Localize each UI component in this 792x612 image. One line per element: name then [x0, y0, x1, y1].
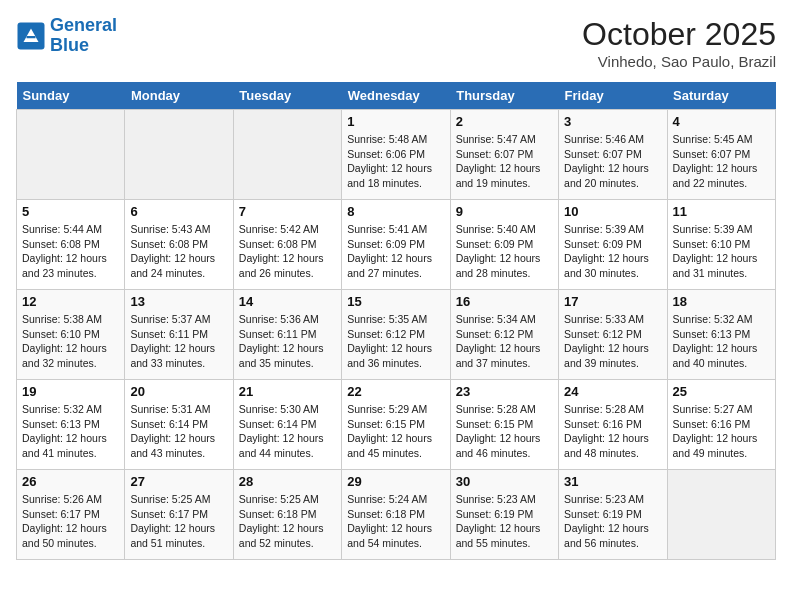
day-cell: 22Sunrise: 5:29 AMSunset: 6:15 PMDayligh…	[342, 380, 450, 470]
header-tuesday: Tuesday	[233, 82, 341, 110]
day-number: 30	[456, 474, 553, 489]
day-number: 6	[130, 204, 227, 219]
calendar-header-row: SundayMondayTuesdayWednesdayThursdayFrid…	[17, 82, 776, 110]
day-cell: 25Sunrise: 5:27 AMSunset: 6:16 PMDayligh…	[667, 380, 775, 470]
day-info: Sunrise: 5:40 AMSunset: 6:09 PMDaylight:…	[456, 222, 553, 281]
day-cell: 2Sunrise: 5:47 AMSunset: 6:07 PMDaylight…	[450, 110, 558, 200]
calendar-table: SundayMondayTuesdayWednesdayThursdayFrid…	[16, 82, 776, 560]
day-info: Sunrise: 5:39 AMSunset: 6:09 PMDaylight:…	[564, 222, 661, 281]
day-number: 3	[564, 114, 661, 129]
day-info: Sunrise: 5:30 AMSunset: 6:14 PMDaylight:…	[239, 402, 336, 461]
day-cell	[17, 110, 125, 200]
day-cell: 30Sunrise: 5:23 AMSunset: 6:19 PMDayligh…	[450, 470, 558, 560]
day-info: Sunrise: 5:46 AMSunset: 6:07 PMDaylight:…	[564, 132, 661, 191]
header-wednesday: Wednesday	[342, 82, 450, 110]
day-cell: 17Sunrise: 5:33 AMSunset: 6:12 PMDayligh…	[559, 290, 667, 380]
day-info: Sunrise: 5:23 AMSunset: 6:19 PMDaylight:…	[456, 492, 553, 551]
day-cell: 8Sunrise: 5:41 AMSunset: 6:09 PMDaylight…	[342, 200, 450, 290]
day-cell: 14Sunrise: 5:36 AMSunset: 6:11 PMDayligh…	[233, 290, 341, 380]
day-info: Sunrise: 5:32 AMSunset: 6:13 PMDaylight:…	[22, 402, 119, 461]
day-number: 11	[673, 204, 770, 219]
day-cell: 1Sunrise: 5:48 AMSunset: 6:06 PMDaylight…	[342, 110, 450, 200]
day-info: Sunrise: 5:26 AMSunset: 6:17 PMDaylight:…	[22, 492, 119, 551]
day-number: 16	[456, 294, 553, 309]
day-number: 7	[239, 204, 336, 219]
location: Vinhedo, Sao Paulo, Brazil	[582, 53, 776, 70]
week-row-4: 26Sunrise: 5:26 AMSunset: 6:17 PMDayligh…	[17, 470, 776, 560]
day-number: 14	[239, 294, 336, 309]
day-number: 12	[22, 294, 119, 309]
header-sunday: Sunday	[17, 82, 125, 110]
day-info: Sunrise: 5:31 AMSunset: 6:14 PMDaylight:…	[130, 402, 227, 461]
day-number: 18	[673, 294, 770, 309]
header-monday: Monday	[125, 82, 233, 110]
day-cell: 11Sunrise: 5:39 AMSunset: 6:10 PMDayligh…	[667, 200, 775, 290]
logo-text: General Blue	[50, 16, 117, 56]
day-info: Sunrise: 5:28 AMSunset: 6:16 PMDaylight:…	[564, 402, 661, 461]
day-number: 26	[22, 474, 119, 489]
day-info: Sunrise: 5:33 AMSunset: 6:12 PMDaylight:…	[564, 312, 661, 371]
day-info: Sunrise: 5:24 AMSunset: 6:18 PMDaylight:…	[347, 492, 444, 551]
day-cell: 16Sunrise: 5:34 AMSunset: 6:12 PMDayligh…	[450, 290, 558, 380]
day-info: Sunrise: 5:47 AMSunset: 6:07 PMDaylight:…	[456, 132, 553, 191]
day-cell: 21Sunrise: 5:30 AMSunset: 6:14 PMDayligh…	[233, 380, 341, 470]
day-cell: 15Sunrise: 5:35 AMSunset: 6:12 PMDayligh…	[342, 290, 450, 380]
logo-line1: General	[50, 15, 117, 35]
week-row-1: 5Sunrise: 5:44 AMSunset: 6:08 PMDaylight…	[17, 200, 776, 290]
header-friday: Friday	[559, 82, 667, 110]
day-number: 24	[564, 384, 661, 399]
title-block: October 2025 Vinhedo, Sao Paulo, Brazil	[582, 16, 776, 70]
header-thursday: Thursday	[450, 82, 558, 110]
day-cell	[667, 470, 775, 560]
day-info: Sunrise: 5:37 AMSunset: 6:11 PMDaylight:…	[130, 312, 227, 371]
day-cell: 6Sunrise: 5:43 AMSunset: 6:08 PMDaylight…	[125, 200, 233, 290]
day-number: 19	[22, 384, 119, 399]
day-cell: 28Sunrise: 5:25 AMSunset: 6:18 PMDayligh…	[233, 470, 341, 560]
day-cell: 5Sunrise: 5:44 AMSunset: 6:08 PMDaylight…	[17, 200, 125, 290]
day-cell: 12Sunrise: 5:38 AMSunset: 6:10 PMDayligh…	[17, 290, 125, 380]
day-cell: 18Sunrise: 5:32 AMSunset: 6:13 PMDayligh…	[667, 290, 775, 380]
day-number: 28	[239, 474, 336, 489]
svg-rect-2	[27, 36, 36, 38]
day-info: Sunrise: 5:25 AMSunset: 6:18 PMDaylight:…	[239, 492, 336, 551]
day-number: 10	[564, 204, 661, 219]
day-number: 21	[239, 384, 336, 399]
day-info: Sunrise: 5:43 AMSunset: 6:08 PMDaylight:…	[130, 222, 227, 281]
day-info: Sunrise: 5:44 AMSunset: 6:08 PMDaylight:…	[22, 222, 119, 281]
logo-icon	[16, 21, 46, 51]
day-number: 5	[22, 204, 119, 219]
day-cell: 9Sunrise: 5:40 AMSunset: 6:09 PMDaylight…	[450, 200, 558, 290]
day-cell: 27Sunrise: 5:25 AMSunset: 6:17 PMDayligh…	[125, 470, 233, 560]
day-info: Sunrise: 5:32 AMSunset: 6:13 PMDaylight:…	[673, 312, 770, 371]
day-info: Sunrise: 5:27 AMSunset: 6:16 PMDaylight:…	[673, 402, 770, 461]
day-cell: 3Sunrise: 5:46 AMSunset: 6:07 PMDaylight…	[559, 110, 667, 200]
day-cell: 29Sunrise: 5:24 AMSunset: 6:18 PMDayligh…	[342, 470, 450, 560]
logo: General Blue	[16, 16, 117, 56]
month-title: October 2025	[582, 16, 776, 53]
day-cell: 19Sunrise: 5:32 AMSunset: 6:13 PMDayligh…	[17, 380, 125, 470]
day-info: Sunrise: 5:29 AMSunset: 6:15 PMDaylight:…	[347, 402, 444, 461]
day-info: Sunrise: 5:48 AMSunset: 6:06 PMDaylight:…	[347, 132, 444, 191]
day-number: 22	[347, 384, 444, 399]
day-cell: 20Sunrise: 5:31 AMSunset: 6:14 PMDayligh…	[125, 380, 233, 470]
day-info: Sunrise: 5:23 AMSunset: 6:19 PMDaylight:…	[564, 492, 661, 551]
day-cell: 4Sunrise: 5:45 AMSunset: 6:07 PMDaylight…	[667, 110, 775, 200]
day-info: Sunrise: 5:35 AMSunset: 6:12 PMDaylight:…	[347, 312, 444, 371]
day-number: 15	[347, 294, 444, 309]
day-info: Sunrise: 5:36 AMSunset: 6:11 PMDaylight:…	[239, 312, 336, 371]
week-row-3: 19Sunrise: 5:32 AMSunset: 6:13 PMDayligh…	[17, 380, 776, 470]
day-number: 31	[564, 474, 661, 489]
day-cell	[233, 110, 341, 200]
day-number: 4	[673, 114, 770, 129]
day-cell	[125, 110, 233, 200]
day-number: 27	[130, 474, 227, 489]
day-number: 9	[456, 204, 553, 219]
day-cell: 13Sunrise: 5:37 AMSunset: 6:11 PMDayligh…	[125, 290, 233, 380]
day-number: 1	[347, 114, 444, 129]
day-info: Sunrise: 5:45 AMSunset: 6:07 PMDaylight:…	[673, 132, 770, 191]
page-header: General Blue October 2025 Vinhedo, Sao P…	[16, 16, 776, 70]
day-cell: 26Sunrise: 5:26 AMSunset: 6:17 PMDayligh…	[17, 470, 125, 560]
week-row-0: 1Sunrise: 5:48 AMSunset: 6:06 PMDaylight…	[17, 110, 776, 200]
day-info: Sunrise: 5:38 AMSunset: 6:10 PMDaylight:…	[22, 312, 119, 371]
day-number: 20	[130, 384, 227, 399]
